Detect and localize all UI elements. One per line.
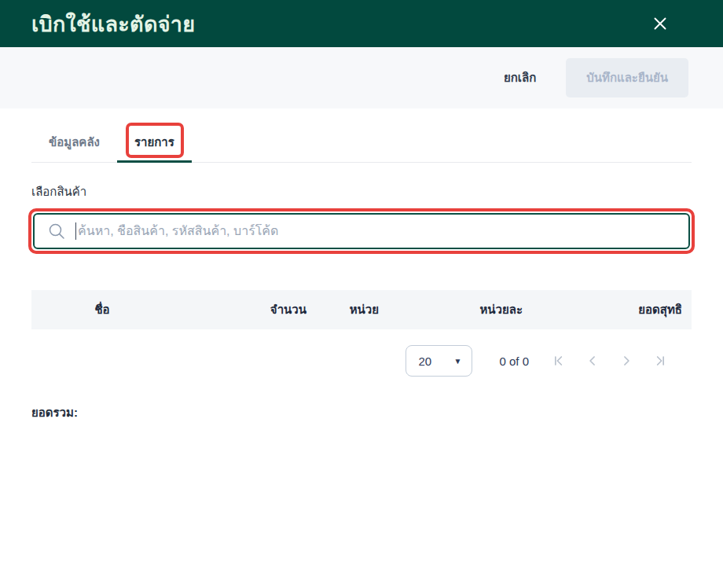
tab-warehouse-info[interactable]: ข้อมูลคลัง bbox=[31, 122, 117, 162]
items-table-header: ชื่อ จำนวน หน่วย หน่วยละ ยอดสุทธิ bbox=[31, 290, 692, 329]
next-page-icon bbox=[618, 353, 634, 369]
tab-bar: ข้อมูลคลัง รายการ bbox=[31, 122, 692, 163]
column-header-price-per-unit: หน่วยละ bbox=[381, 300, 523, 319]
chevron-down-icon: ▼ bbox=[454, 357, 462, 366]
column-header-unit: หน่วย bbox=[306, 300, 381, 319]
next-page-button[interactable] bbox=[617, 351, 636, 370]
withdraw-dispense-modal: เบิกใช้และตัดจ่าย ยกเลิก บันทึกและยืนยัน… bbox=[0, 0, 723, 588]
modal-header: เบิกใช้และตัดจ่าย bbox=[0, 0, 723, 47]
pagination-bar: 20 ▼ 0 of 0 bbox=[31, 345, 692, 377]
first-page-icon bbox=[551, 353, 567, 369]
previous-page-icon bbox=[585, 353, 600, 369]
first-page-button[interactable] bbox=[549, 351, 568, 370]
page-size-select[interactable]: 20 ▼ bbox=[406, 345, 472, 377]
column-header-quantity: จำนวน bbox=[173, 300, 306, 319]
pagination-range-label: 0 of 0 bbox=[499, 355, 529, 368]
annotation-highlight-search bbox=[28, 208, 695, 254]
last-page-button[interactable] bbox=[651, 351, 670, 370]
pagination-nav bbox=[549, 351, 670, 370]
cancel-button[interactable]: ยกเลิก bbox=[504, 68, 536, 87]
modal-title: เบิกใช้และตัดจ่าย bbox=[31, 7, 195, 41]
close-icon bbox=[650, 13, 670, 34]
previous-page-button[interactable] bbox=[583, 351, 602, 370]
action-toolbar: ยกเลิก บันทึกและยืนยัน bbox=[0, 47, 723, 108]
grand-total-label: ยอดรวม: bbox=[31, 403, 692, 422]
last-page-icon bbox=[652, 353, 668, 369]
column-header-name: ชื่อ bbox=[31, 300, 173, 319]
product-search-input[interactable] bbox=[78, 224, 677, 238]
save-confirm-button[interactable]: บันทึกและยืนยัน bbox=[566, 58, 688, 97]
page-size-value: 20 bbox=[418, 355, 431, 368]
tab-items-label: รายการ bbox=[134, 135, 174, 149]
close-button[interactable] bbox=[649, 13, 671, 35]
column-header-net-total: ยอดสุทธิ bbox=[523, 300, 692, 319]
search-icon bbox=[47, 222, 66, 241]
select-product-label: เลือกสินค้า bbox=[31, 182, 692, 201]
product-search-box[interactable] bbox=[33, 213, 690, 249]
text-caret bbox=[75, 222, 76, 240]
tab-items[interactable]: รายการ bbox=[117, 122, 192, 162]
